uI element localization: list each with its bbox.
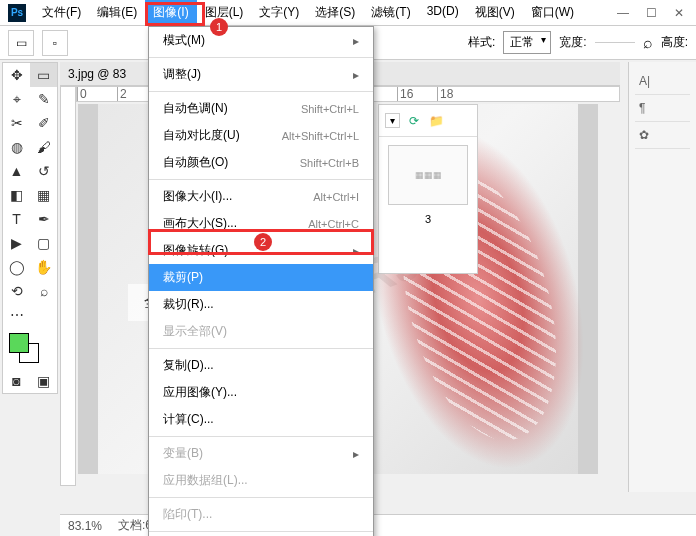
healing-tool[interactable]: ◍ [3,135,30,159]
close-button[interactable]: ✕ [666,4,692,22]
menu-item-计算C[interactable]: 计算(C)... [149,406,373,433]
ps-logo: Ps [8,4,26,22]
quick-select-tool[interactable]: ✎ [30,87,57,111]
menu-item-裁剪P[interactable]: 裁剪(P) [149,264,373,291]
fg-color[interactable] [9,333,29,353]
tool-preset-icon[interactable]: ▭ [8,30,34,56]
character-panel-icon[interactable]: A| [635,68,690,95]
eyedropper-tool[interactable]: ✐ [30,111,57,135]
ruler-vertical [60,86,76,486]
menu-选择[interactable]: 选择(S) [307,0,363,25]
zoom-level[interactable]: 83.1% [68,519,102,533]
menu-编辑[interactable]: 编辑(E) [89,0,145,25]
marquee-tool[interactable]: ▭ [30,63,57,87]
toolbox: ✥▭ ⌖✎ ✂✐ ◍🖌 ▲↺ ◧▦ T✒ ▶▢ ◯✋ ⟲⌕ ⋯ ◙▣ [2,62,58,394]
image-menu-dropdown: 模式(M)调整(J)自动色调(N)Shift+Ctrl+L自动对比度(U)Alt… [148,26,374,536]
file-thumbnail[interactable]: ▦▦▦ [388,145,468,205]
height-label: 高度: [661,34,688,51]
path-select-tool[interactable]: ▶ [3,231,30,255]
menu-图像[interactable]: 图像(I) [145,0,196,25]
file-browser-panel: ▾ ⟳ 📁 ▦▦▦ 3 [378,104,478,274]
edit-toolbar[interactable]: ⋯ [3,303,30,327]
type-tool[interactable]: T [3,207,30,231]
marquee-mode-icon[interactable]: ▫ [42,30,68,56]
style-label: 样式: [468,34,495,51]
zoom-tool[interactable]: ⌕ [30,279,57,303]
style-select[interactable]: 正常 [503,31,551,54]
menu-视图[interactable]: 视图(V) [467,0,523,25]
menu-item-模式M[interactable]: 模式(M) [149,27,373,54]
maximize-button[interactable]: ☐ [638,4,664,22]
pen-tool[interactable]: ✒ [30,207,57,231]
menu-item-显示全部V: 显示全部(V) [149,318,373,345]
ellipse-tool[interactable]: ◯ [3,255,30,279]
badge-2: 2 [254,233,272,251]
menu-item-变量B: 变量(B) [149,440,373,467]
right-panel: A| ¶ ✿ [628,62,696,492]
swatches-panel-icon[interactable]: ✿ [635,122,690,149]
width-input[interactable] [595,42,635,43]
gradient-tool[interactable]: ▦ [30,183,57,207]
history-brush-tool[interactable]: ↺ [30,159,57,183]
menu-item-自动色调N[interactable]: 自动色调(N)Shift+Ctrl+L [149,95,373,122]
hand-tool[interactable]: ✋ [30,255,57,279]
move-tool[interactable]: ✥ [3,63,30,87]
back-button[interactable]: ▾ [385,113,400,128]
search-icon[interactable]: ⌕ [643,34,653,52]
up-folder-icon[interactable]: 📁 [428,113,444,129]
color-swatch[interactable] [9,333,39,363]
menu-item-陷印T: 陷印(T)... [149,501,373,528]
menu-item-复制D[interactable]: 复制(D)... [149,352,373,379]
lasso-tool[interactable]: ⌖ [3,87,30,111]
menu-窗口[interactable]: 窗口(W) [523,0,582,25]
menu-item-图像大小I[interactable]: 图像大小(I)...Alt+Ctrl+I [149,183,373,210]
menu-item-应用图像Y[interactable]: 应用图像(Y)... [149,379,373,406]
rotate-tool[interactable]: ⟲ [3,279,30,303]
stamp-tool[interactable]: ▲ [3,159,30,183]
menubar: Ps 文件(F)编辑(E)图像(I)图层(L)文字(Y)选择(S)滤镜(T)3D… [0,0,696,26]
menu-3D[interactable]: 3D(D) [419,0,467,25]
screen-mode-tool[interactable]: ▣ [30,369,57,393]
paragraph-panel-icon[interactable]: ¶ [635,95,690,122]
menu-item-自动对比度U[interactable]: 自动对比度(U)Alt+Shift+Ctrl+L [149,122,373,149]
refresh-icon[interactable]: ⟳ [406,113,422,129]
menu-滤镜[interactable]: 滤镜(T) [363,0,418,25]
menu-item-调整J[interactable]: 调整(J) [149,61,373,88]
width-label: 宽度: [559,34,586,51]
window-controls: — ☐ ✕ [610,4,696,22]
menu-文件[interactable]: 文件(F) [34,0,89,25]
shape-tool[interactable]: ▢ [30,231,57,255]
minimize-button[interactable]: — [610,4,636,22]
eraser-tool[interactable]: ◧ [3,183,30,207]
file-thumbnail-label: 3 [379,213,477,225]
badge-1: 1 [210,18,228,36]
menu-item-应用数据组L: 应用数据组(L)... [149,467,373,494]
quick-mask-tool[interactable]: ◙ [3,369,30,393]
menu-item-自动颜色O[interactable]: 自动颜色(O)Shift+Ctrl+B [149,149,373,176]
menu-文字[interactable]: 文字(Y) [251,0,307,25]
crop-tool[interactable]: ✂ [3,111,30,135]
document-tab[interactable]: 3.jpg @ 83 [68,67,126,81]
brush-tool[interactable]: 🖌 [30,135,57,159]
menu-item-裁切R[interactable]: 裁切(R)... [149,291,373,318]
